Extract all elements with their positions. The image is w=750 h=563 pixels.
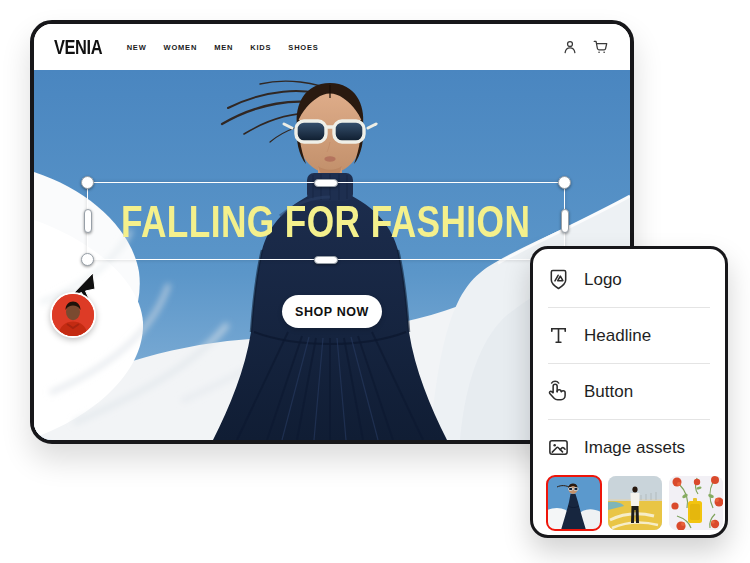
text-icon — [547, 324, 570, 347]
selection-handle-bottom[interactable] — [314, 256, 338, 264]
site-navbar: VENIA NEW WOMEN MEN KIDS SHOES — [34, 24, 630, 70]
asset-thumb-model-hero[interactable] — [547, 476, 601, 530]
brand-logo[interactable]: VENIA — [54, 36, 102, 59]
selection-handle-bottom-left[interactable] — [81, 253, 94, 266]
hero-headline[interactable]: FALLING FOR FASHION — [121, 196, 530, 247]
panel-item-headline[interactable]: Headline — [547, 308, 711, 363]
selection-handle-right[interactable] — [561, 209, 569, 233]
image-icon — [547, 436, 570, 459]
nav-item-new[interactable]: NEW — [127, 43, 147, 52]
nav-item-shoes[interactable]: SHOES — [288, 43, 318, 52]
selection-handle-top[interactable] — [314, 179, 338, 187]
panel-item-button[interactable]: Button — [547, 364, 711, 419]
panel-label-headline: Headline — [584, 326, 651, 346]
panel-label-button: Button — [584, 382, 633, 402]
selection-handle-left[interactable] — [84, 209, 92, 233]
asset-thumb-flowers-perfume[interactable] — [669, 476, 723, 530]
nav-item-women[interactable]: WOMEN — [164, 43, 198, 52]
panel-item-image-assets[interactable]: Image assets — [547, 420, 711, 475]
collaborator-cursor — [50, 270, 114, 342]
panel-label-logo: Logo — [584, 270, 622, 290]
tap-hand-icon — [547, 380, 570, 403]
shop-now-button[interactable]: SHOP NOW — [282, 295, 382, 328]
logo-badge-icon — [547, 268, 570, 291]
headline-selection-box[interactable]: FALLING FOR FASHION — [87, 182, 565, 260]
nav-item-men[interactable]: MEN — [214, 43, 233, 52]
panel-label-image-assets: Image assets — [584, 438, 685, 458]
image-asset-thumbnails — [547, 476, 711, 530]
selection-handle-top-left[interactable] — [81, 176, 94, 189]
collaborator-avatar — [50, 292, 96, 338]
asset-thumb-beach-figure[interactable] — [608, 476, 662, 530]
nav-links: NEW WOMEN MEN KIDS SHOES — [127, 43, 319, 52]
selection-handle-top-right[interactable] — [558, 176, 571, 189]
nav-item-kids[interactable]: KIDS — [250, 43, 271, 52]
account-icon[interactable] — [561, 38, 579, 56]
page: VENIA NEW WOMEN MEN KIDS SHOES — [0, 0, 750, 563]
panel-item-logo[interactable]: Logo — [547, 252, 711, 307]
cart-icon[interactable] — [592, 38, 610, 56]
page-elements-panel: Logo Headline Button — [530, 246, 728, 538]
